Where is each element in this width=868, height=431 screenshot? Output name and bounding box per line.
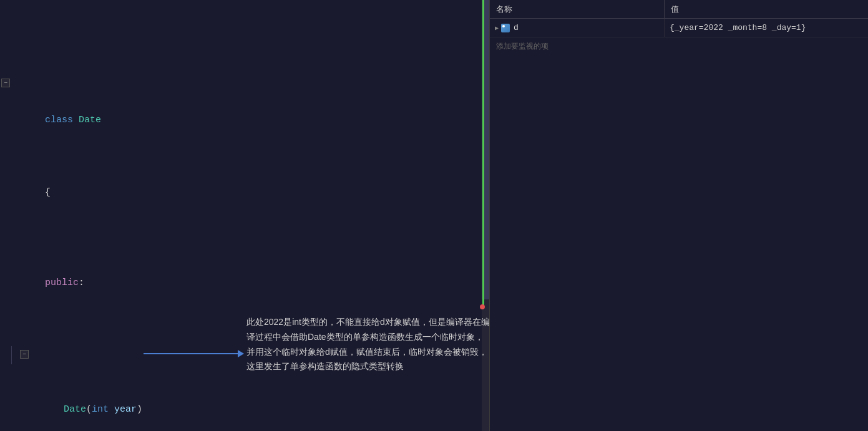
expand-icon[interactable]: ▶ (495, 24, 499, 32)
annotation-arrow (144, 353, 243, 354)
watch-cell-value: {_year=2022 _month=8 _day=1} (665, 19, 868, 37)
watch-add-item[interactable]: 添加要监视的项 (490, 37, 868, 55)
collapse-icon[interactable]: − (1, 79, 10, 87)
code-line: public: (0, 256, 489, 274)
code-line: − class Date (0, 75, 489, 93)
watch-panel: 名称 值 ▶ d {_year=2022 _month=8 _day=1} 添加… (490, 0, 868, 431)
editor-panel: − class Date { public: − Date(int year) … (0, 0, 490, 431)
code-line: { (0, 165, 489, 183)
watch-var-name: d (514, 23, 519, 32)
object-icon (501, 24, 510, 32)
watch-row-d[interactable]: ▶ d {_year=2022 _month=8 _day=1} (490, 19, 868, 37)
breakpoint-dot (480, 304, 485, 309)
watch-cell-name: ▶ d (490, 19, 665, 37)
watch-header: 名称 值 (490, 0, 868, 19)
collapse-icon[interactable]: − (20, 350, 29, 359)
col-value-header: 值 (665, 0, 868, 18)
cursor-line (482, 0, 484, 306)
annotation-text: 此处2022是int类型的，不能直接给d对象赋值，但是编译器在编译过程中会借助D… (246, 315, 490, 374)
col-name-header: 名称 (490, 0, 665, 18)
